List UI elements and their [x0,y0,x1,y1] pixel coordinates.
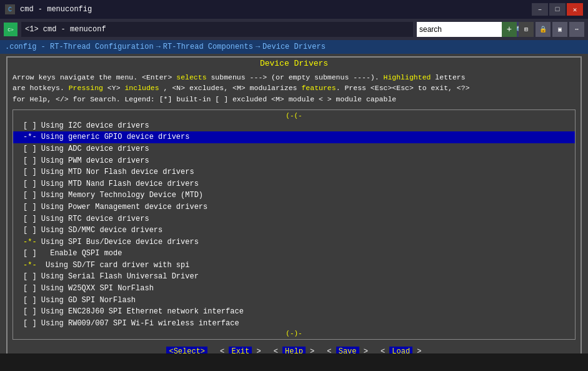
menu-item-label: Using RTC device drivers [41,215,149,223]
bottom-buttons: <Select> < Exit > < Help > < Save > < Lo… [7,342,581,353]
search-input[interactable] [417,22,516,37]
menu-item[interactable]: [ ] Using MTD Nand Flash device drivers [13,178,575,190]
save-button[interactable]: < Save > [327,347,368,353]
menu-item-label: Using ADC device drivers [41,145,149,153]
includes-hotkey: includes [124,84,159,92]
load-button[interactable]: < Load > [381,347,422,353]
menu-item[interactable]: [ ] Using Memory Technology Device (MTD) [13,190,575,201]
menu-item-label: Using Serial Flash Universal Driver [41,272,199,281]
window-title: Device Drivers [7,58,581,69]
load-button-label: Load [389,347,412,353]
breadcrumb-arrow1: → [156,43,161,51]
menu-item-label: Enable QSPI mode [50,249,122,258]
app-icon: C [5,4,15,14]
help-button[interactable]: < Help > [274,347,315,353]
menu-item[interactable]: -*- Using generic GPIO device drivers [13,131,575,143]
breadcrumb-part1[interactable]: .config - RT-Thread Configuration [5,43,154,51]
maximize-button[interactable]: □ [549,3,566,16]
menu-item-label: Using I2C device drivers [41,121,149,130]
menuconfig-window: Device Drivers Arrow keys navigate the m… [6,56,582,353]
minimize-button[interactable]: – [532,3,548,16]
more-button[interactable]: ⋯ [569,22,584,37]
menu-item[interactable]: [ ] Using MTD Nor Flash device drivers [13,166,575,178]
pressing-hotkey: Pressing [69,84,103,92]
lock-button[interactable]: 🔒 [536,22,551,37]
search-box: 🔍 [417,22,498,37]
help-line3: for Help, </> for Search. Legend: [*] bu… [12,94,576,104]
select-button-label: <Select> [166,347,207,353]
menu-item[interactable]: [ ] Using Power Management device driver… [13,201,575,213]
menu-item-label: Using RW009/007 SPI Wi-Fi wireless inter… [41,319,239,328]
features-hotkey: features [301,84,336,92]
help-line2: are hotkeys. Pressing <Y> includes , <N>… [12,83,576,93]
breadcrumb-part2[interactable]: RT-Thread Components [163,43,253,51]
exit-button-label: Exit [229,347,252,353]
menu-item-label: Using Memory Technology Device (MTD) [41,191,203,200]
menu-item-label: Using Power Management device drivers [41,203,207,211]
address-bar: C> <1> cmd - menuconf 🔍 + ⊞ 🔒 ▣ ⋯ [0,19,588,40]
windows-button[interactable]: ⊞ [519,22,534,37]
menu-item-label: Using GD SPI NorFlash [41,296,136,305]
menu-item[interactable]: [ ] Using Serial Flash Universal Driver [13,271,575,283]
selects-hotkey: selects [176,73,206,81]
close-button[interactable]: ✕ [567,3,583,16]
menu-item-label: Using MTD Nand Flash device drivers [41,180,199,188]
menu-items-container: [ ] Using I2C device drivers-*- Using ge… [13,120,575,330]
add-tab-button[interactable]: + [502,22,517,37]
scroll-top-indicator: (-(- [13,111,575,120]
help-text: Arrow keys navigate the menu. <Enter> se… [7,69,581,107]
menu-item[interactable]: [ ] Using SD/MMC device drivers [13,225,575,236]
menu-item[interactable]: -*- Using SPI Bus/Device device drivers [13,236,575,248]
address-text: <1> cmd - menuconf [21,22,413,37]
title-bar-controls: – □ ✕ [532,3,583,16]
grid-button[interactable]: ▣ [552,22,567,37]
menu-item[interactable]: [ ] Using ADC device drivers [13,143,575,155]
menu-item[interactable]: -*- Using SD/TF card driver with spi [13,260,575,272]
help-line1: Arrow keys navigate the menu. <Enter> se… [12,72,576,83]
menu-item-label: Using SPI Bus/Device device drivers [41,238,199,246]
scroll-bottom-indicator: (-)- [13,329,575,338]
menu-item-label: Using SD/MMC device drivers [41,226,162,235]
menu-item[interactable]: [ ] Using RW009/007 SPI Wi-Fi wireless i… [13,318,575,330]
menu-item[interactable]: [ ] Enable QSPI mode [13,248,575,260]
title-bar-text: cmd - menuconfig [20,5,527,14]
select-button[interactable]: <Select> [166,347,207,353]
status-bar [0,353,588,371]
menu-item[interactable]: [ ] Using I2C device drivers [13,120,575,132]
menu-item[interactable]: [ ] Using GD SPI NorFlash [13,295,575,307]
main-content-area: Device Drivers Arrow keys navigate the m… [0,54,588,353]
menu-item[interactable]: [ ] Using PWM device drivers [13,155,575,167]
menu-item[interactable]: [ ] Using RTC device drivers [13,213,575,225]
menu-item-label: Using W25QXX SPI NorFlash [41,284,154,293]
title-bar: C cmd - menuconfig – □ ✕ [0,0,588,19]
help-button-label: Help [282,347,306,353]
menu-item-label: Using ENC28J60 SPI Ethernet network inte… [41,307,244,316]
menu-item-label: Using MTD Nor Flash device drivers [41,168,194,176]
address-bar-icon: C> [4,23,17,36]
exit-button[interactable]: < Exit > [220,347,261,353]
breadcrumb-arrow2: → [256,43,260,51]
menu-list: (-(- [ ] Using I2C device drivers-*- Usi… [12,109,576,340]
menu-item-label: Using PWM device drivers [41,156,149,165]
breadcrumb: .config - RT-Thread Configuration → RT-T… [0,40,588,54]
breadcrumb-part3[interactable]: Device Drivers [262,43,326,51]
menu-item[interactable]: [ ] Using ENC28J60 SPI Ethernet network … [13,306,575,318]
address-bar-right-buttons: + ⊞ 🔒 ▣ ⋯ [502,22,584,37]
highlighted-hotkey: Highlighted [384,73,431,81]
menu-item-label: Using generic GPIO device drivers [41,133,190,141]
save-button-label: Save [336,347,359,353]
menu-item[interactable]: [ ] Using W25QXX SPI NorFlash [13,283,575,295]
menu-item-label: Using SD/TF card driver with spi [46,261,189,270]
